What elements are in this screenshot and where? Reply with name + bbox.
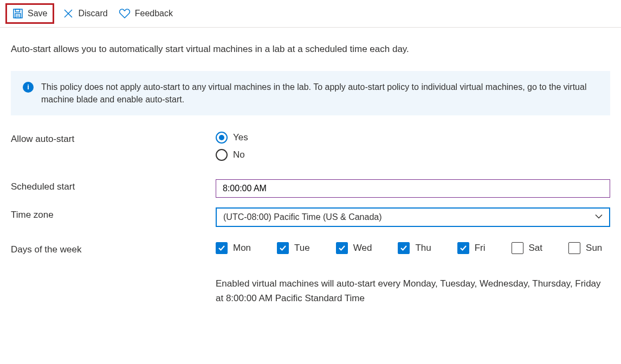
summary-text: Enabled virtual machines will auto-start… <box>216 277 610 306</box>
toolbar: Save Discard Feedback <box>0 0 621 28</box>
save-button-label: Save <box>28 9 47 18</box>
scheduled-start-input[interactable] <box>216 179 610 198</box>
svg-rect-2 <box>15 14 21 18</box>
feedback-button[interactable]: Feedback <box>119 8 173 20</box>
allow-autostart-row: Allow auto-start Yes No <box>11 132 610 161</box>
radio-icon <box>216 149 228 161</box>
radio-icon <box>216 132 228 144</box>
svg-rect-1 <box>16 9 20 12</box>
day-checkbox-fri[interactable]: Fri <box>457 242 486 254</box>
radio-no-label: No <box>233 150 245 160</box>
heart-icon <box>119 8 131 20</box>
allow-autostart-label: Allow auto-start <box>11 132 216 145</box>
timezone-row: Time zone (UTC-08:00) Pacific Time (US &… <box>11 207 610 227</box>
day-checkbox-label: Mon <box>233 243 251 253</box>
checkbox-icon <box>277 242 289 254</box>
discard-button-label: Discard <box>78 9 107 18</box>
days-of-week-row: Days of the week MonTueWedThuFriSatSun <box>11 242 610 255</box>
day-checkbox-label: Thu <box>415 243 431 253</box>
day-checkbox-thu[interactable]: Thu <box>398 242 431 254</box>
day-checkbox-label: Tue <box>294 243 310 253</box>
feedback-button-label: Feedback <box>135 9 173 18</box>
save-button[interactable]: Save <box>5 3 54 24</box>
timezone-label: Time zone <box>11 207 216 220</box>
checkbox-icon <box>568 242 580 254</box>
content-area: Auto-start allows you to automatically s… <box>0 28 621 316</box>
checkbox-icon <box>512 242 523 254</box>
day-checkbox-tue[interactable]: Tue <box>277 242 310 254</box>
save-icon <box>12 8 23 19</box>
allow-autostart-no[interactable]: No <box>216 149 610 161</box>
day-checkbox-label: Sat <box>529 243 543 253</box>
radio-yes-label: Yes <box>233 132 248 143</box>
close-icon <box>63 8 74 19</box>
scheduled-start-row: Scheduled start <box>11 179 610 198</box>
timezone-value: (UTC-08:00) Pacific Time (US & Canada) <box>223 212 382 222</box>
allow-autostart-radio-group: Yes No <box>216 132 610 161</box>
day-checkbox-sat[interactable]: Sat <box>512 242 543 254</box>
days-of-week-label: Days of the week <box>11 242 216 255</box>
day-checkbox-wed[interactable]: Wed <box>336 242 372 254</box>
checkbox-icon <box>216 242 228 254</box>
checkbox-icon <box>457 242 469 254</box>
day-checkbox-label: Sun <box>586 243 602 253</box>
info-icon: i <box>23 82 34 93</box>
day-checkbox-mon[interactable]: Mon <box>216 242 251 254</box>
info-notice-text: This policy does not apply auto-start to… <box>41 81 598 106</box>
allow-autostart-yes[interactable]: Yes <box>216 132 610 144</box>
discard-button[interactable]: Discard <box>63 8 107 19</box>
timezone-select[interactable]: (UTC-08:00) Pacific Time (US & Canada) <box>216 207 610 227</box>
day-checkbox-sun[interactable]: Sun <box>568 242 602 254</box>
day-checkbox-label: Fri <box>475 243 486 253</box>
info-notice: i This policy does not apply auto-start … <box>11 71 610 115</box>
checkbox-icon <box>336 242 348 254</box>
intro-text: Auto-start allows you to automatically s… <box>11 44 610 55</box>
day-checkbox-label: Wed <box>353 243 372 253</box>
checkbox-icon <box>398 242 410 254</box>
days-checkbox-group: MonTueWedThuFriSatSun <box>216 242 610 254</box>
scheduled-start-label: Scheduled start <box>11 179 216 192</box>
